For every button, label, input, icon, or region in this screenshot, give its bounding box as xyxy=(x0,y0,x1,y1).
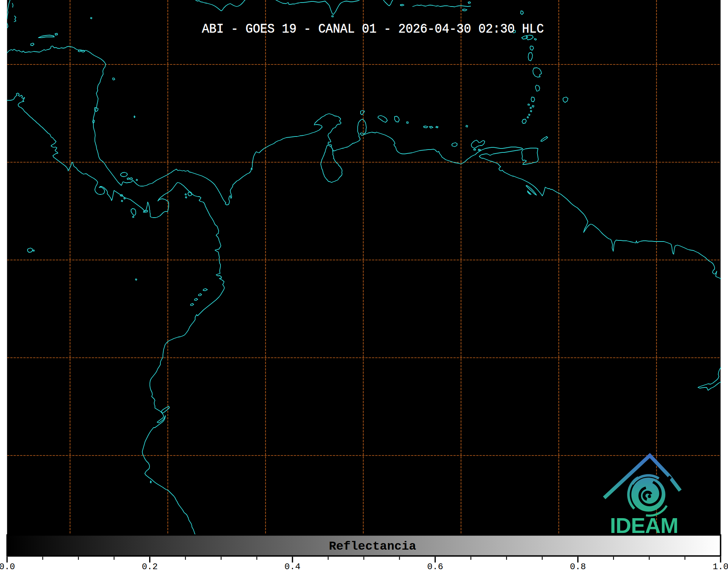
svg-text:0.6: 0.6 xyxy=(427,562,443,571)
svg-text:ABI - GOES 19 - CANAL 01 - 202: ABI - GOES 19 - CANAL 01 - 2026-04-30 02… xyxy=(202,22,544,37)
svg-text:0.2: 0.2 xyxy=(142,562,158,571)
svg-text:IDEAM: IDEAM xyxy=(610,513,678,538)
svg-text:0.0: 0.0 xyxy=(0,562,15,571)
svg-text:0.8: 0.8 xyxy=(570,562,586,571)
svg-text:Reflectancia: Reflectancia xyxy=(329,539,416,553)
svg-text:1.0: 1.0 xyxy=(712,562,728,571)
svg-text:0.4: 0.4 xyxy=(285,562,300,571)
